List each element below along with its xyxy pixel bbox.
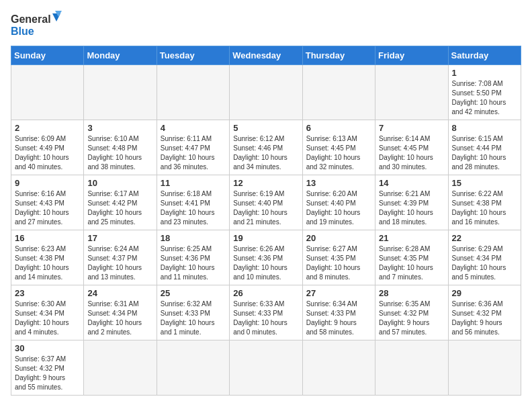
calendar-cell: 12Sunrise: 6:19 AM Sunset: 4:40 PM Dayli…: [230, 175, 302, 230]
calendar-cell: [302, 65, 375, 120]
calendar-cell: 19Sunrise: 6:26 AM Sunset: 4:36 PM Dayli…: [230, 230, 302, 285]
calendar-cell: 25Sunrise: 6:32 AM Sunset: 4:33 PM Dayli…: [157, 285, 229, 340]
day-info: Sunrise: 6:26 AM Sunset: 4:36 PM Dayligh…: [233, 244, 298, 282]
day-number: 15: [452, 178, 517, 188]
calendar-cell: 3Sunrise: 6:10 AM Sunset: 4:48 PM Daylig…: [84, 120, 157, 175]
day-info: Sunrise: 6:11 AM Sunset: 4:47 PM Dayligh…: [161, 134, 226, 172]
day-info: Sunrise: 6:13 AM Sunset: 4:45 PM Dayligh…: [306, 134, 371, 172]
calendar-week-row: 16Sunrise: 6:23 AM Sunset: 4:38 PM Dayli…: [11, 230, 521, 285]
calendar-cell: 27Sunrise: 6:34 AM Sunset: 4:33 PM Dayli…: [302, 285, 375, 340]
day-info: Sunrise: 6:33 AM Sunset: 4:33 PM Dayligh…: [233, 300, 298, 337]
calendar-cell: [302, 340, 375, 396]
calendar-cell: 6Sunrise: 6:13 AM Sunset: 4:45 PM Daylig…: [302, 120, 375, 175]
day-number: 5: [233, 123, 298, 133]
day-number: 13: [306, 178, 371, 188]
day-number: 22: [452, 233, 517, 243]
day-number: 2: [15, 123, 80, 133]
calendar-cell: 11Sunrise: 6:18 AM Sunset: 4:41 PM Dayli…: [157, 175, 229, 230]
calendar-cell: 21Sunrise: 6:28 AM Sunset: 4:35 PM Dayli…: [375, 230, 448, 285]
calendar-cell: [230, 340, 302, 396]
calendar-week-row: 1Sunrise: 7:08 AM Sunset: 5:50 PM Daylig…: [11, 65, 521, 120]
day-info: Sunrise: 6:15 AM Sunset: 4:44 PM Dayligh…: [452, 134, 517, 172]
calendar-cell: 17Sunrise: 6:24 AM Sunset: 4:37 PM Dayli…: [84, 230, 157, 285]
day-number: 11: [161, 178, 226, 188]
calendar-week-row: 9Sunrise: 6:16 AM Sunset: 4:43 PM Daylig…: [11, 175, 521, 230]
day-info: Sunrise: 7:08 AM Sunset: 5:50 PM Dayligh…: [452, 79, 517, 117]
calendar-week-row: 30Sunrise: 6:37 AM Sunset: 4:32 PM Dayli…: [11, 340, 521, 396]
day-number: 6: [306, 123, 371, 133]
calendar-cell: 29Sunrise: 6:36 AM Sunset: 4:32 PM Dayli…: [448, 285, 521, 340]
calendar-cell: 14Sunrise: 6:21 AM Sunset: 4:39 PM Dayli…: [375, 175, 448, 230]
day-number: 24: [87, 288, 152, 298]
calendar-cell: [11, 65, 84, 120]
svg-text:General: General: [11, 13, 51, 25]
calendar-cell: [230, 65, 302, 120]
calendar-cell: 13Sunrise: 6:20 AM Sunset: 4:40 PM Dayli…: [302, 175, 375, 230]
svg-text:Blue: Blue: [11, 26, 34, 37]
day-number: 3: [87, 123, 152, 133]
calendar-cell: 2Sunrise: 6:09 AM Sunset: 4:49 PM Daylig…: [11, 120, 84, 175]
day-info: Sunrise: 6:21 AM Sunset: 4:39 PM Dayligh…: [379, 189, 444, 227]
day-number: 10: [87, 178, 152, 188]
day-info: Sunrise: 6:28 AM Sunset: 4:35 PM Dayligh…: [379, 244, 444, 282]
calendar-cell: [157, 340, 229, 396]
day-number: 12: [233, 178, 298, 188]
calendar-cell: 15Sunrise: 6:22 AM Sunset: 4:38 PM Dayli…: [448, 175, 521, 230]
day-number: 26: [233, 288, 298, 298]
day-info: Sunrise: 6:30 AM Sunset: 4:34 PM Dayligh…: [15, 300, 80, 337]
day-info: Sunrise: 6:20 AM Sunset: 4:40 PM Dayligh…: [306, 189, 371, 227]
day-number: 16: [15, 233, 80, 243]
day-info: Sunrise: 6:31 AM Sunset: 4:34 PM Dayligh…: [87, 300, 152, 337]
weekday-header-row: SundayMondayTuesdayWednesdayThursdayFrid…: [11, 46, 521, 65]
day-number: 4: [161, 123, 226, 133]
day-info: Sunrise: 6:16 AM Sunset: 4:43 PM Dayligh…: [15, 189, 80, 227]
calendar-cell: 23Sunrise: 6:30 AM Sunset: 4:34 PM Dayli…: [11, 285, 84, 340]
day-number: 1: [452, 68, 517, 78]
calendar-cell: [84, 340, 157, 396]
day-info: Sunrise: 6:36 AM Sunset: 4:32 PM Dayligh…: [452, 300, 517, 337]
calendar-cell: 24Sunrise: 6:31 AM Sunset: 4:34 PM Dayli…: [84, 285, 157, 340]
day-info: Sunrise: 6:35 AM Sunset: 4:32 PM Dayligh…: [379, 300, 444, 337]
calendar-table: SundayMondayTuesdayWednesdayThursdayFrid…: [11, 46, 521, 396]
calendar-cell: 1Sunrise: 7:08 AM Sunset: 5:50 PM Daylig…: [448, 65, 521, 120]
calendar-cell: 30Sunrise: 6:37 AM Sunset: 4:32 PM Dayli…: [11, 340, 84, 396]
day-info: Sunrise: 6:34 AM Sunset: 4:33 PM Dayligh…: [306, 300, 371, 337]
generalblue-logo: GeneralBlue: [11, 11, 64, 39]
calendar-cell: [448, 340, 521, 396]
day-number: 23: [15, 288, 80, 298]
day-number: 9: [15, 178, 80, 188]
day-info: Sunrise: 6:23 AM Sunset: 4:38 PM Dayligh…: [15, 244, 80, 282]
calendar-cell: 9Sunrise: 6:16 AM Sunset: 4:43 PM Daylig…: [11, 175, 84, 230]
weekday-header-friday: Friday: [375, 46, 448, 65]
calendar-cell: 16Sunrise: 6:23 AM Sunset: 4:38 PM Dayli…: [11, 230, 84, 285]
day-number: 27: [306, 288, 371, 298]
day-info: Sunrise: 6:25 AM Sunset: 4:36 PM Dayligh…: [161, 244, 226, 282]
calendar-cell: 20Sunrise: 6:27 AM Sunset: 4:35 PM Dayli…: [302, 230, 375, 285]
day-number: 18: [161, 233, 226, 243]
day-number: 21: [379, 233, 444, 243]
day-info: Sunrise: 6:27 AM Sunset: 4:35 PM Dayligh…: [306, 244, 371, 282]
day-info: Sunrise: 6:18 AM Sunset: 4:41 PM Dayligh…: [161, 189, 226, 227]
day-info: Sunrise: 6:29 AM Sunset: 4:34 PM Dayligh…: [452, 244, 517, 282]
day-number: 8: [452, 123, 517, 133]
day-info: Sunrise: 6:32 AM Sunset: 4:33 PM Dayligh…: [161, 300, 226, 337]
day-info: Sunrise: 6:17 AM Sunset: 4:42 PM Dayligh…: [87, 189, 152, 227]
day-info: Sunrise: 6:10 AM Sunset: 4:48 PM Dayligh…: [87, 134, 152, 172]
day-number: 29: [452, 288, 517, 298]
calendar-week-row: 23Sunrise: 6:30 AM Sunset: 4:34 PM Dayli…: [11, 285, 521, 340]
day-number: 25: [161, 288, 226, 298]
weekday-header-monday: Monday: [84, 46, 157, 65]
weekday-header-saturday: Saturday: [448, 46, 521, 65]
calendar-cell: 5Sunrise: 6:12 AM Sunset: 4:46 PM Daylig…: [230, 120, 302, 175]
calendar-cell: 26Sunrise: 6:33 AM Sunset: 4:33 PM Dayli…: [230, 285, 302, 340]
weekday-header-thursday: Thursday: [302, 46, 375, 65]
day-info: Sunrise: 6:09 AM Sunset: 4:49 PM Dayligh…: [15, 134, 80, 172]
day-info: Sunrise: 6:22 AM Sunset: 4:38 PM Dayligh…: [452, 189, 517, 227]
weekday-header-sunday: Sunday: [11, 46, 84, 65]
calendar-cell: 10Sunrise: 6:17 AM Sunset: 4:42 PM Dayli…: [84, 175, 157, 230]
weekday-header-tuesday: Tuesday: [157, 46, 229, 65]
calendar-cell: [84, 65, 157, 120]
calendar-cell: 4Sunrise: 6:11 AM Sunset: 4:47 PM Daylig…: [157, 120, 229, 175]
day-info: Sunrise: 6:37 AM Sunset: 4:32 PM Dayligh…: [15, 355, 80, 392]
calendar-cell: 18Sunrise: 6:25 AM Sunset: 4:36 PM Dayli…: [157, 230, 229, 285]
